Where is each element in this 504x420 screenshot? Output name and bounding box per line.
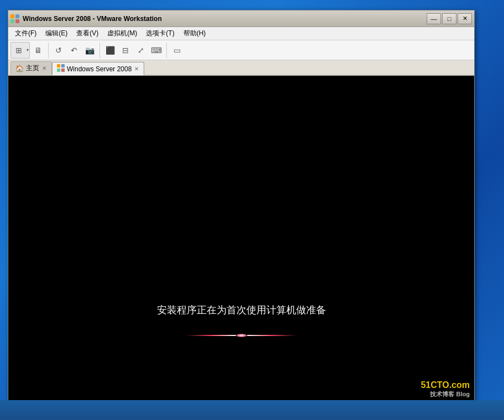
svg-rect-0 (11, 14, 14, 18)
close-button[interactable]: ✕ (458, 13, 472, 24)
svg-rect-2 (11, 19, 14, 23)
svg-rect-4 (57, 64, 60, 67)
menu-edit[interactable]: 编辑(E) (41, 28, 72, 39)
svg-rect-5 (61, 64, 65, 67)
toolbar-btn-monitor[interactable]: 🖥 (31, 43, 45, 57)
vm-tab-icon (57, 64, 65, 74)
vm-screen[interactable]: 安装程序正在为首次使用计算机做准备 51CTO.com 技术博客 Blog (8, 76, 474, 411)
taskbar (0, 400, 504, 420)
tab-vm[interactable]: Windows Server 2008 ✕ (52, 62, 144, 75)
svg-rect-7 (61, 69, 65, 72)
menu-help[interactable]: 帮助(H) (179, 28, 211, 39)
watermark: 51CTO.com 技术博客 Blog (421, 380, 470, 398)
menu-bar: 文件(F) 编辑(E) 查看(V) 虚拟机(M) 选项卡(T) 帮助(H) (8, 27, 474, 40)
vmware-icon (11, 14, 19, 23)
toolbar-btn-ctrlaltdel[interactable]: ⌨ (149, 43, 164, 57)
watermark-line1: 51CTO.com (421, 380, 470, 390)
toolbar-btn-power[interactable]: ↺ (51, 43, 66, 57)
svg-rect-3 (15, 19, 19, 23)
svg-rect-6 (57, 69, 60, 72)
menu-file[interactable]: 文件(F) (11, 28, 41, 39)
toolbar-home-btn[interactable]: ⊞ (12, 43, 26, 57)
tab-home-label: 主页 (26, 64, 39, 73)
tab-home-close[interactable]: ✕ (41, 65, 47, 71)
tab-vm-label: Windows Server 2008 (67, 65, 132, 73)
window-title: Windows Server 2008 - VMware Workstation (23, 15, 427, 23)
vmware-window: Windows Server 2008 - VMware Workstation… (8, 10, 475, 411)
tab-vm-close[interactable]: ✕ (134, 66, 139, 72)
tab-home[interactable]: 🏠 主页 ✕ (11, 61, 52, 75)
menu-view[interactable]: 查看(V) (72, 28, 103, 39)
toolbar-btn-stretch[interactable]: ⤢ (134, 43, 148, 57)
minimize-button[interactable]: — (427, 13, 441, 24)
toolbar-btn-snapshot[interactable]: 📷 (82, 43, 97, 57)
separator-2 (99, 43, 100, 58)
flare-center (236, 334, 247, 337)
flare-right (247, 335, 297, 336)
light-flare (186, 332, 297, 339)
toolbar-btn-fullscreen[interactable]: ⬛ (103, 43, 117, 57)
watermark-line2: 技术博客 Blog (421, 390, 470, 398)
boot-message: 安装程序正在为首次使用计算机做准备 (157, 303, 326, 317)
toolbar-btn-revert[interactable]: ↶ (67, 43, 81, 57)
menu-vm[interactable]: 虚拟机(M) (103, 28, 141, 39)
svg-rect-1 (15, 14, 19, 18)
title-bar: Windows Server 2008 - VMware Workstation… (8, 11, 474, 27)
toolbar-btn-display[interactable]: ▭ (170, 43, 184, 57)
window-controls: — □ ✕ (427, 13, 472, 24)
flare-left (186, 335, 236, 336)
separator-1 (48, 43, 49, 58)
menu-tabs[interactable]: 选项卡(T) (141, 28, 179, 39)
toolbar-group-1: ⊞ ▾ (11, 42, 30, 59)
toolbar-btn-unity[interactable]: ⊟ (118, 43, 133, 57)
separator-3 (166, 43, 167, 58)
maximize-button[interactable]: □ (442, 13, 456, 24)
toolbar: ⊞ ▾ 🖥 ↺ ↶ 📷 ⬛ ⊟ ⤢ ⌨ ▭ (8, 40, 474, 60)
tab-bar: 🏠 主页 ✕ Windows Server 2008 ✕ (8, 60, 474, 76)
dropdown-arrow-1[interactable]: ▾ (27, 48, 29, 53)
home-icon: 🏠 (15, 65, 24, 72)
